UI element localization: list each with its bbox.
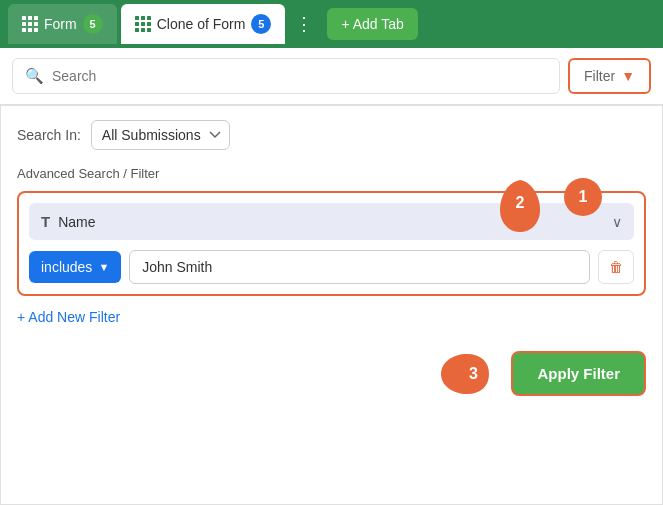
tab-form-label: Form <box>44 16 77 32</box>
callout-1: 1 <box>564 178 602 216</box>
filter-button[interactable]: Filter ▼ <box>568 58 651 94</box>
tab-bar: Form 5 Clone of Form 5 ⋮ + Add Tab <box>0 0 663 48</box>
tab-clone-badge: 5 <box>251 14 271 34</box>
search-bar: 🔍 Filter ▼ <box>0 48 663 105</box>
text-type-icon: T <box>41 213 50 230</box>
filter-panel: Search In: All Submissions 2 1 Advanced … <box>0 105 663 505</box>
filter-field-row[interactable]: T Name ∨ <box>29 203 634 240</box>
filter-funnel-icon: ▼ <box>621 68 635 84</box>
apply-filter-row: 3 Apply Filter <box>17 351 646 396</box>
search-icon: 🔍 <box>25 67 44 85</box>
search-input-wrap: 🔍 <box>12 58 560 94</box>
add-new-filter-link[interactable]: + Add New Filter <box>17 309 120 325</box>
delete-icon: 🗑 <box>609 259 623 275</box>
advanced-search-label: Advanced Search / Filter <box>17 166 646 181</box>
callout-1-label: 1 <box>579 188 588 206</box>
tab-clone-of-form[interactable]: Clone of Form 5 <box>121 4 286 44</box>
callout-3-label: 3 <box>455 365 491 383</box>
tab-more-button[interactable]: ⋮ <box>289 9 319 39</box>
filter-field-name: T Name <box>41 213 96 230</box>
apply-filter-label: Apply Filter <box>537 365 620 382</box>
tab-form-badge: 5 <box>83 14 103 34</box>
delete-filter-button[interactable]: 🗑 <box>598 250 634 284</box>
filter-label: Filter <box>584 68 615 84</box>
callout-2: 2 <box>498 178 542 238</box>
filter-box: T Name ∨ includes ▼ 🗑 <box>17 191 646 296</box>
search-in-select[interactable]: All Submissions <box>91 120 230 150</box>
clone-form-grid-icon <box>135 16 151 32</box>
search-in-row: Search In: All Submissions <box>17 120 646 150</box>
search-in-label: Search In: <box>17 127 81 143</box>
form-grid-icon <box>22 16 38 32</box>
filter-condition-row: includes ▼ 🗑 <box>29 250 634 284</box>
callout-3: 3 <box>439 352 491 396</box>
condition-chevron-icon: ▼ <box>98 261 109 273</box>
condition-value-input[interactable] <box>129 250 590 284</box>
callout-2-label: 2 <box>516 194 525 212</box>
search-input[interactable] <box>52 68 547 84</box>
condition-includes-button[interactable]: includes ▼ <box>29 251 121 283</box>
tab-form[interactable]: Form 5 <box>8 4 117 44</box>
condition-label: includes <box>41 259 92 275</box>
tab-clone-label: Clone of Form <box>157 16 246 32</box>
field-name-label: Name <box>58 214 95 230</box>
add-filter-label: + Add New Filter <box>17 309 120 325</box>
apply-filter-button[interactable]: Apply Filter <box>511 351 646 396</box>
app-container: Form 5 Clone of Form 5 ⋮ + Add Tab 🔍 <box>0 0 663 505</box>
field-chevron-icon: ∨ <box>612 214 622 230</box>
add-tab-button[interactable]: + Add Tab <box>327 8 417 40</box>
